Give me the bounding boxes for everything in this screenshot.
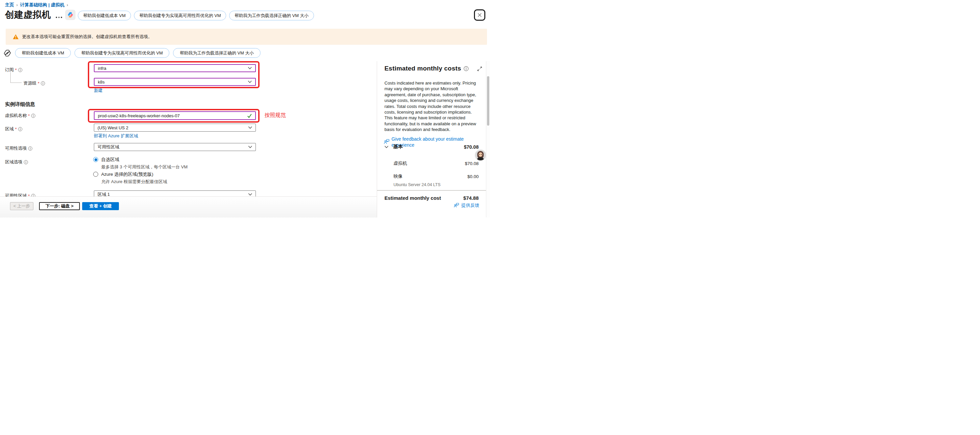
previous-step-button[interactable]: < 上一步 [10, 202, 33, 210]
info-icon[interactable] [18, 127, 22, 131]
vm-name-label: 虚拟机名称* [5, 113, 35, 119]
info-icon[interactable] [31, 113, 35, 118]
assist-right-vm-size-button[interactable]: 帮助我为工作负载选择正确的 VM 大小 [229, 11, 314, 21]
deploy-extended-zones-link[interactable]: 部署到 Azure 扩展区域 [94, 133, 138, 139]
subscription-label: 订阅* [5, 67, 22, 73]
chevron-down-icon [248, 146, 252, 148]
next-step-disks-button[interactable]: 下一步: 磁盘 > [39, 202, 80, 210]
chevron-down-icon [385, 146, 388, 148]
availability-options-label: 可用性选项 [5, 145, 32, 151]
info-icon[interactable] [28, 147, 32, 151]
estimated-monthly-cost-row: Estimated monthly cost $74.88 [377, 195, 486, 201]
assist-high-availability-vm-button[interactable]: 帮助我创建专为实现高可用性而优化的 VM [134, 11, 226, 21]
feedback-icon [453, 203, 459, 208]
page-title: 创建虚拟机 [5, 9, 51, 21]
breadcrumb-home[interactable]: 主页 [5, 2, 14, 8]
close-icon [477, 12, 482, 18]
create-vm-page: 主页 › 计算基础结构 | 虚拟机 › 创建虚拟机 帮助我创建低成本 VM 帮助… [0, 0, 490, 218]
info-icon[interactable] [18, 68, 22, 72]
more-options-icon[interactable] [56, 17, 63, 19]
zone-options-label: 区域选项 [5, 159, 28, 165]
assistant-avatar[interactable] [475, 149, 486, 161]
header-assist-buttons: 帮助我创建低成本 VM 帮助我创建专为实现高可用性而优化的 VM 帮助我为工作负… [78, 11, 314, 21]
create-new-resource-group-link[interactable]: 新建 [94, 88, 103, 94]
region-dropdown[interactable]: (US) West US 2 [94, 124, 256, 132]
image-name-note: Ubuntu Server 24.04 LTS [393, 182, 441, 187]
wizard-footer: < 上一步 下一步: 磁盘 > 查看 + 创建 [0, 196, 377, 218]
radio-azure-selected-zones[interactable]: Azure 选择的区域(预览版) 允许 Azure 根据需要分配最佳区域 [93, 171, 167, 185]
resource-group-label: 资源组* [23, 80, 45, 86]
assist-right-vm-size-button[interactable]: 帮助我为工作负载选择正确的 VM 大小 [173, 48, 261, 58]
assist-low-cost-vm-button[interactable]: 帮助我创建低成本 VM [15, 48, 71, 58]
chevron-down-icon [248, 67, 252, 70]
copilot-button[interactable] [65, 10, 75, 20]
cost-item-image: 映像 $0.00 [377, 174, 486, 179]
tree-connector [10, 83, 22, 83]
tree-connector [10, 72, 11, 83]
info-icon[interactable] [464, 66, 469, 71]
subscription-dropdown[interactable]: infra [94, 64, 256, 72]
checkmark-icon [247, 113, 252, 118]
copilot-icon [67, 12, 73, 18]
radio-selected-icon [93, 157, 98, 162]
chevron-down-icon [248, 126, 252, 129]
vm-name-input[interactable]: prod-usw2-k8s-freeleaps-worker-nodes-07 [94, 111, 256, 120]
warning-banner: 更改基本选项可能会重置所做的选择。创建虚拟机前查看所有选项。 [6, 29, 487, 45]
costs-disclaimer-text: Costs indicated here are estimates only.… [385, 80, 477, 133]
cost-group-basic[interactable]: 基本 $70.08 [377, 143, 486, 150]
warning-banner-text: 更改基本选项可能会重置所做的选择。创建虚拟机前查看所有选项。 [22, 34, 152, 40]
info-icon[interactable] [24, 160, 28, 164]
cost-item-virtual-machine: 虚拟机 $70.08 [377, 160, 486, 166]
chevron-down-icon [248, 193, 252, 196]
region-label: 区域* [5, 126, 22, 132]
breadcrumb: 主页 › 计算基础结构 | 虚拟机 › [5, 2, 68, 8]
breadcrumb-virtual-machines[interactable]: 计算基础结构 | 虚拟机 [20, 2, 64, 8]
divider [377, 190, 486, 191]
collapse-panel-icon[interactable] [477, 67, 482, 71]
resource-group-dropdown[interactable]: k8s [94, 78, 256, 86]
info-icon[interactable] [41, 81, 45, 86]
instance-details-heading: 实例详细信息 [5, 101, 35, 108]
costs-panel-title: Estimated monthly costs [385, 65, 461, 72]
scrollbar-thumb[interactable] [487, 76, 489, 126]
assist-low-cost-vm-button[interactable]: 帮助我创建低成本 VM [78, 11, 131, 21]
radio-self-select-zones[interactable]: 自选区域 最多选择 3 个可用性区域，每个区域一台 VM [93, 157, 188, 170]
estimated-costs-panel: Estimated monthly costs Costs indicated … [377, 61, 486, 218]
warning-icon [13, 34, 19, 40]
radio-unselected-icon [93, 172, 98, 177]
close-button[interactable] [474, 10, 485, 21]
assist-high-availability-vm-button[interactable]: 帮助我创建专为实现高可用性而优化的 VM [75, 48, 169, 58]
give-feedback-link[interactable]: 提供反馈 [453, 202, 479, 209]
annotation-text: 按照规范 [264, 112, 286, 119]
availability-options-dropdown[interactable]: 可用性区域 [94, 143, 256, 151]
chevron-right-icon: › [67, 3, 68, 7]
toolbar-assist-buttons: 帮助我创建低成本 VM 帮助我创建专为实现高可用性而优化的 VM 帮助我为工作负… [3, 48, 261, 58]
review-create-button[interactable]: 查看 + 创建 [82, 202, 119, 210]
chevron-right-icon: › [16, 3, 18, 7]
chevron-down-icon [248, 81, 252, 83]
copilot-outline-icon [3, 49, 11, 57]
